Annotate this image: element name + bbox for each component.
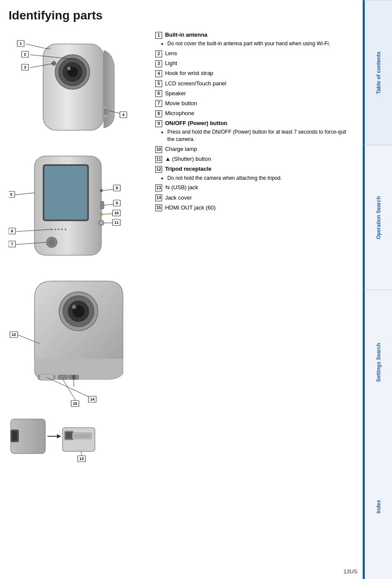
part-number-4: 4 xyxy=(155,70,162,77)
part-label-9: ON/OFF (Power) button xyxy=(165,120,227,126)
list-item: 4 Hook for wrist strap xyxy=(155,69,353,77)
list-item: 9 ON/OFF (Power) button Press and hold t… xyxy=(155,119,353,143)
part-label-8: Microphone xyxy=(165,110,194,116)
svg-text:3: 3 xyxy=(24,65,26,69)
part-number-11: 11 xyxy=(155,156,162,163)
part-label-4: Hook for wrist strap xyxy=(165,70,213,76)
sidebar-tab-index[interactable]: Index xyxy=(364,435,392,579)
part-label-7: Movie button xyxy=(165,100,197,106)
svg-point-5 xyxy=(67,67,71,70)
sidebar-index-label: Index xyxy=(376,500,382,513)
diagram-middle: 5 6 7 8 9 xyxy=(9,152,138,264)
part-label-6: Speaker xyxy=(165,90,186,97)
diagram-extra: 13 xyxy=(9,415,103,471)
part-label-14: Jack cover xyxy=(165,194,192,201)
list-item: 13 ⇆ (USB) jack xyxy=(155,184,353,191)
sidebar-op-label: Operation Search xyxy=(376,196,382,239)
list-item: 8 Microphone xyxy=(155,110,353,117)
part-number-13: 13 xyxy=(155,185,162,191)
svg-point-29 xyxy=(65,228,66,230)
diagram-top: 1 2 3 4 xyxy=(9,31,138,147)
svg-line-72 xyxy=(47,377,95,400)
list-item: 14 Jack cover xyxy=(155,194,353,202)
list-item: 2 Lens xyxy=(155,50,353,57)
list-item: 11 ▲ (Shutter) button xyxy=(155,155,353,163)
list-item: 10 Charge lamp xyxy=(155,145,353,153)
sidebar-toc-label: Table of contents xyxy=(376,51,382,94)
svg-point-26 xyxy=(54,228,56,230)
sidebar-settings-label: Settings Search xyxy=(376,343,382,382)
svg-text:6: 6 xyxy=(11,229,13,233)
part-number-8: 8 xyxy=(155,110,162,117)
svg-line-37 xyxy=(15,193,34,195)
svg-text:1: 1 xyxy=(19,41,22,46)
diagrams-column: 1 2 3 4 xyxy=(9,31,147,471)
part-number-12: 12 xyxy=(155,166,162,173)
svg-text:9: 9 xyxy=(116,201,118,205)
part-note-9: Press and hold the ON/OFF (Power) button… xyxy=(167,128,353,143)
part-label-13: ⇆ (USB) jack xyxy=(165,184,198,191)
sidebar-tab-toc[interactable]: Table of contents xyxy=(364,0,392,145)
svg-text:10: 10 xyxy=(114,211,119,215)
part-number-7: 7 xyxy=(155,100,162,107)
content-area: 1 2 3 4 xyxy=(9,31,353,471)
svg-text:7: 7 xyxy=(11,242,13,246)
top-device-svg: 1 2 3 4 xyxy=(9,31,138,147)
list-item: 1 Built-in antenna Do not cover the buil… xyxy=(155,31,353,47)
svg-point-62 xyxy=(72,305,76,309)
part-label-11: ▲ (Shutter) button xyxy=(165,156,211,162)
sidebar-tab-settings[interactable]: Settings Search xyxy=(364,290,392,435)
svg-text:15: 15 xyxy=(73,401,77,406)
part-label-1: Built-in antenna xyxy=(165,31,207,38)
svg-text:5: 5 xyxy=(10,192,12,197)
svg-rect-80 xyxy=(12,431,17,441)
part-number-5: 5 xyxy=(155,80,162,87)
part-label-12: Tripod receptacle xyxy=(165,166,212,172)
svg-text:13: 13 xyxy=(79,457,84,461)
list-item: 6 Speaker xyxy=(155,90,353,97)
svg-text:12: 12 xyxy=(12,332,16,337)
page-title: Identifying parts xyxy=(9,9,353,22)
list-item: 7 Movie button xyxy=(155,100,353,107)
svg-text:2: 2 xyxy=(24,52,26,56)
svg-rect-84 xyxy=(66,432,72,439)
sidebar-tab-operation[interactable]: Operation Search xyxy=(364,145,392,290)
part-number-9: 9 xyxy=(155,120,162,127)
main-content: Identifying parts xyxy=(0,0,362,479)
svg-point-32 xyxy=(100,189,103,192)
svg-point-28 xyxy=(61,228,63,230)
svg-rect-67 xyxy=(58,375,68,379)
page-number: 13US xyxy=(343,568,358,575)
svg-rect-24 xyxy=(44,166,87,219)
svg-text:11: 11 xyxy=(114,220,119,225)
list-item: 5 LCD screen/Touch panel xyxy=(155,80,353,88)
svg-point-36 xyxy=(100,222,103,224)
list-item: 15 HDMI OUT jack (60) xyxy=(155,204,353,212)
part-number-14: 14 xyxy=(155,194,162,201)
part-label-15: HDMI OUT jack (60) xyxy=(165,204,216,211)
svg-marker-81 xyxy=(57,434,61,438)
svg-point-31 xyxy=(48,239,55,246)
list-item: 12 Tripod receptacle Do not hold the cam… xyxy=(155,165,353,182)
part-label-2: Lens xyxy=(165,50,177,56)
part-number-3: 3 xyxy=(155,60,162,67)
parts-list: 1 Built-in antenna Do not cover the buil… xyxy=(155,31,353,212)
svg-rect-86 xyxy=(73,434,91,438)
part-number-10: 10 xyxy=(155,146,162,153)
parts-description-column: 1 Built-in antenna Do not cover the buil… xyxy=(151,31,353,471)
svg-point-34 xyxy=(100,213,103,216)
part-note-1: Do not cover the built-in antenna part w… xyxy=(167,40,353,47)
sidebar: Table of contents Operation Search Setti… xyxy=(363,0,392,579)
svg-rect-8 xyxy=(104,109,108,115)
part-label-10: Charge lamp xyxy=(165,146,197,152)
svg-text:8: 8 xyxy=(116,186,118,190)
part-label-5: LCD screen/Touch panel xyxy=(165,80,226,87)
usb-detail-svg: 13 xyxy=(9,415,103,471)
svg-text:14: 14 xyxy=(90,397,94,401)
part-note-12: Do not hold the camera when attaching th… xyxy=(167,175,353,182)
part-label-3: Light xyxy=(165,60,177,66)
svg-text:4: 4 xyxy=(122,113,124,117)
bottom-device-svg: 12 14 15 xyxy=(9,272,138,410)
svg-point-27 xyxy=(58,228,60,230)
part-number-6: 6 xyxy=(155,90,162,97)
